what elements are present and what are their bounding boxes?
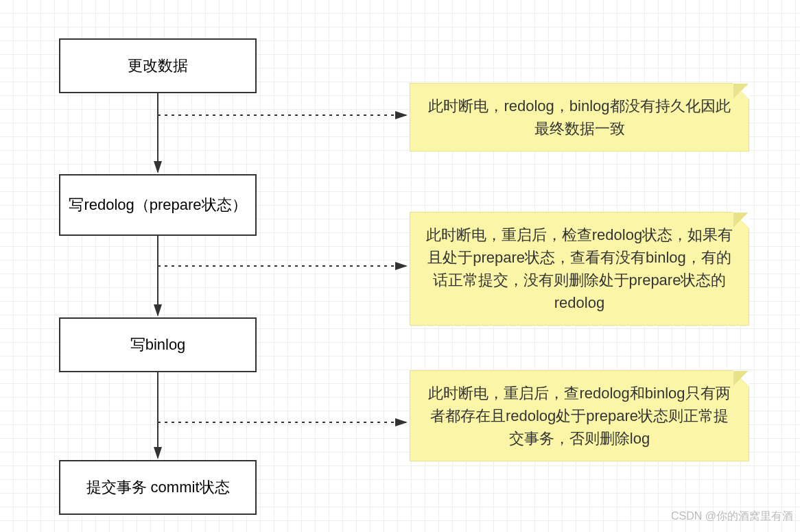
watermark-text: CSDN @你的酒窝里有酒 <box>671 509 793 524</box>
box-label: 写binlog <box>130 335 186 355</box>
flow-box-write-binlog: 写binlog <box>59 317 257 372</box>
note-poweroff-after-binlog: 此时断电，重启后，查redolog和binlog只有两者都存在且redolog处… <box>410 370 749 461</box>
note-text: 此时断电，重启后，查redolog和binlog只有两者都存在且redolog处… <box>428 385 730 447</box>
box-label: 提交事务 commit状态 <box>86 477 230 498</box>
note-poweroff-before-redolog: 此时断电，redolog，binlog都没有持久化因此最终数据一致 <box>410 83 749 152</box>
flow-box-write-redolog: 写redolog（prepare状态） <box>59 174 257 236</box>
box-label: 更改数据 <box>128 56 188 76</box>
note-text: 此时断电，redolog，binlog都没有持久化因此最终数据一致 <box>428 97 730 137</box>
note-text: 此时断电，重启后，检查redolog状态，如果有且处于prepare状态，查看有… <box>426 226 733 311</box>
box-label: 写redolog（prepare状态） <box>69 195 246 215</box>
flow-box-update-data: 更改数据 <box>59 38 257 93</box>
flow-box-commit: 提交事务 commit状态 <box>59 460 257 515</box>
note-poweroff-after-redolog: 此时断电，重启后，检查redolog状态，如果有且处于prepare状态，查看有… <box>410 212 749 326</box>
